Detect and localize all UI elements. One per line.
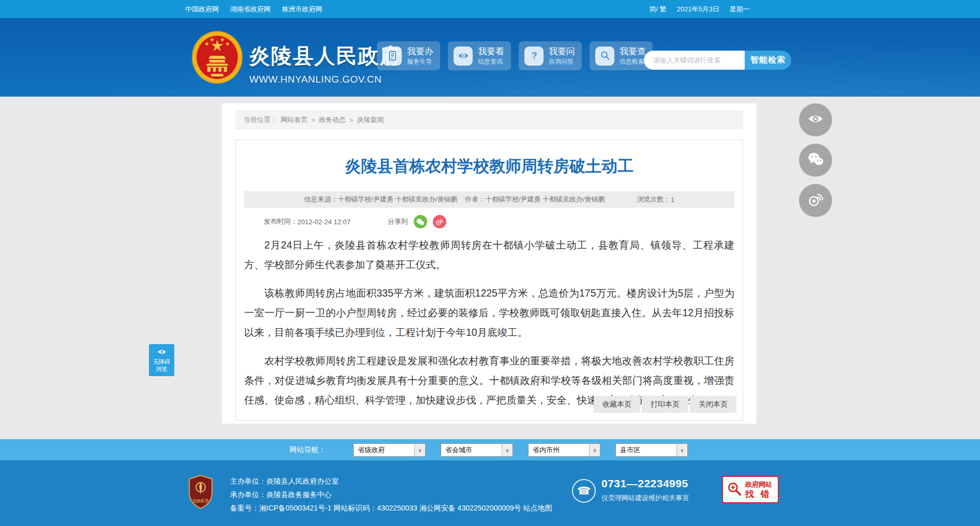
chevron-down-icon: ∨ — [676, 444, 687, 456]
lang-toggle[interactable]: 简/ 繁 — [649, 5, 666, 14]
phone-icon: ☎ — [572, 479, 596, 503]
article-title: 炎陵县首栋农村学校教师周转房破土动工 — [246, 156, 732, 177]
svg-text:党政机关: 党政机关 — [192, 499, 209, 503]
topbar-links: 中国政府网 湖南省政府网 株洲市政府网 — [185, 0, 322, 18]
breadcrumb-separator: > — [311, 116, 315, 124]
meta-source-label: 信息来源： — [304, 195, 338, 204]
service-subtitle: 信息资讯 — [478, 58, 504, 65]
accessibility-browse-button[interactable]: 无障碍 浏览 — [149, 344, 174, 376]
question-icon: ? — [524, 47, 544, 66]
footer-line-sponsor: 主办单位：炎陵县人民政府办公室 — [230, 474, 552, 488]
publish-row: 发布时间： 2012-02-24 12:07 分享到 — [264, 214, 734, 229]
footer-label: 主办单位： — [230, 477, 266, 485]
breadcrumb-news[interactable]: 炎陵新闻 — [357, 115, 384, 125]
link-china-gov[interactable]: 中国政府网 — [185, 5, 219, 14]
service-button-cha[interactable]: 我要查 信息检索 — [590, 41, 653, 70]
page: 中国政府网 湖南省政府网 株洲市政府网 简/ 繁 2021年5月3日 星期一 — [0, 0, 980, 526]
article-actions: 收藏本页 打印本页 关闭本页 — [594, 396, 736, 413]
breadcrumb-separator: > — [350, 116, 354, 124]
select-counties[interactable]: 县市区 ∨ — [615, 443, 688, 457]
select-province-cities[interactable]: 省内市州 ∨ — [528, 443, 600, 457]
breadcrumb: 当前位置： 网站首页 > 政务动态 > 炎陵新闻 — [235, 111, 743, 129]
breadcrumb-zhengwu[interactable]: 政务动态 — [319, 115, 346, 125]
link-zhuzhou-gov[interactable]: 株洲市政府网 — [282, 5, 322, 14]
meta-author: 十都镇学校/尹建勇 十都镇党政办/黄锦鹏 — [485, 195, 605, 204]
eye-icon — [807, 110, 824, 130]
footer-nav-label: 网站导航： — [290, 445, 326, 455]
content-card: 当前位置： 网站首页 > 政务动态 > 炎陵新闻 炎陵县首栋农村学校教师周转房破… — [222, 103, 757, 424]
magnifier-icon — [595, 47, 614, 66]
service-title: 我要问 — [549, 47, 575, 56]
svg-text:?: ? — [531, 51, 537, 61]
chevron-down-icon: ∨ — [414, 444, 425, 456]
national-emblem-logo — [191, 30, 243, 84]
footer-phone-number: 0731—22234995 — [601, 477, 688, 490]
site-url: WWW.HNYANLING.GOV.CN — [249, 74, 401, 85]
weibo-share-button[interactable] — [799, 184, 832, 217]
current-date: 2021年5月3日 — [677, 5, 719, 14]
service-subtitle: 信息检索 — [620, 58, 646, 65]
select-value: 省级政府 — [358, 445, 385, 455]
service-subtitle: 咨询问答 — [549, 58, 575, 65]
meta-views-count: 1 — [671, 196, 674, 204]
service-button-banshi[interactable]: 我要办 服务引导 — [377, 41, 440, 70]
footer-nav-selects: 省级政府 ∨ 省会城市 ∨ 省内市州 ∨ 县市区 ∨ — [353, 443, 688, 457]
service-button-wen[interactable]: ? 我要问 咨询问答 — [519, 41, 582, 70]
chevron-down-icon: ∨ — [502, 444, 512, 456]
accessibility-label-line1: 无障碍 — [153, 358, 170, 365]
select-capital-cities[interactable]: 省会城市 ∨ — [441, 443, 513, 457]
search-button[interactable]: 智能检索 — [745, 51, 791, 70]
service-title: 我要看 — [478, 47, 504, 56]
select-value: 县市区 — [620, 445, 640, 455]
error-magnifier-icon — [727, 481, 742, 499]
topbar-right: 简/ 繁 2021年5月3日 星期一 — [649, 0, 750, 18]
print-page-button[interactable]: 打印本页 — [642, 396, 688, 413]
footer-phone-note: 仅受理网站建设维护相关事宜 — [601, 493, 689, 503]
service-title: 我要查 — [620, 47, 646, 56]
favorite-page-button[interactable]: 收藏本页 — [594, 396, 640, 413]
wechat-share-button[interactable] — [799, 144, 832, 177]
footer: 党政机关 主办单位：炎陵县人民政府办公室 承办单位：炎陵县政务服务中心 备案号：… — [0, 460, 980, 526]
wechat-icon[interactable] — [414, 215, 427, 228]
meta-source: 十都镇学校/尹建勇 十都镇党政办/黄锦鹏 — [338, 195, 458, 204]
footer-line-icp: 备案号：湘ICP备05003421号-1 网站标识码：4302250033 湘公… — [230, 501, 552, 515]
select-provincial-gov[interactable]: 省级政府 ∨ — [353, 443, 426, 457]
footer-label: 承办单位： — [230, 490, 266, 499]
error-badge-line2: 找 错 — [745, 490, 772, 499]
link-hunan-gov[interactable]: 湖南省政府网 — [230, 5, 270, 14]
service-buttons: 我要办 服务引导 我要看 信息资讯 ? 我要问 咨询问答 — [377, 41, 653, 70]
select-value: 省内市州 — [533, 445, 560, 455]
footer-value: 炎陵县人民政府办公室 — [266, 477, 339, 485]
weibo-icon[interactable] — [433, 215, 446, 228]
article-meta-bar: 信息来源： 十都镇学校/尹建勇 十都镇党政办/黄锦鹏 作者： 十都镇学校/尹建勇… — [244, 191, 734, 208]
service-title: 我要办 — [407, 47, 433, 56]
article-paragraph: 2月24日上午，炎陵县首栋农村学校教师周转房在十都镇小学破土动工，县教育局、镇领… — [244, 235, 734, 274]
footer-value: 炎陵县政务服务中心 — [266, 490, 331, 499]
breadcrumb-home[interactable]: 网站首页 — [281, 115, 308, 125]
footer-line-organizer: 承办单位：炎陵县政务服务中心 — [230, 488, 552, 501]
article-paragraph: 该栋教师周转房占地面积335平方米，建筑面积1225平方米，总造价为175万元。… — [244, 283, 734, 342]
article: 炎陵县首栋农村学校教师周转房破土动工 信息来源： 十都镇学校/尹建勇 十都镇党政… — [235, 140, 743, 421]
accessibility-eye-button[interactable] — [799, 103, 832, 136]
error-badge-line1: 政府网站 — [745, 481, 772, 488]
close-page-button[interactable]: 关闭本页 — [690, 396, 736, 413]
select-value: 省会城市 — [445, 445, 472, 455]
meta-author-label: 作者： — [465, 195, 485, 204]
topbar: 中国政府网 湖南省政府网 株洲市政府网 简/ 繁 2021年5月3日 星期一 — [0, 0, 980, 18]
share-label: 分享到 — [388, 217, 408, 226]
header: 炎陵县人民政府 WWW.HNYANLING.GOV.CN 我要办 服务引导 我要… — [0, 18, 980, 97]
gov-site-error-report-button[interactable]: 政府网站 找 错 — [722, 476, 779, 503]
sitemap-link[interactable]: 站点地图 — [523, 504, 552, 512]
search-input[interactable] — [644, 51, 745, 70]
side-tools — [799, 103, 832, 217]
publish-label: 发布时间： — [264, 217, 297, 226]
service-button-kan[interactable]: 我要看 信息资讯 — [448, 41, 511, 70]
accessibility-label-line2: 浏览 — [156, 365, 168, 373]
current-weekday: 星期一 — [730, 5, 750, 14]
footer-info: 主办单位：炎陵县人民政府办公室 承办单位：炎陵县政务服务中心 备案号：湘ICP备… — [230, 474, 552, 515]
footer-nav: 网站导航： 省级政府 ∨ 省会城市 ∨ 省内市州 ∨ 县市区 ∨ — [0, 439, 980, 460]
breadcrumb-label: 当前位置： — [244, 115, 277, 125]
weibo-icon — [807, 191, 824, 210]
party-gov-badge-icon[interactable]: 党政机关 — [188, 475, 214, 509]
wechat-icon — [807, 150, 824, 170]
